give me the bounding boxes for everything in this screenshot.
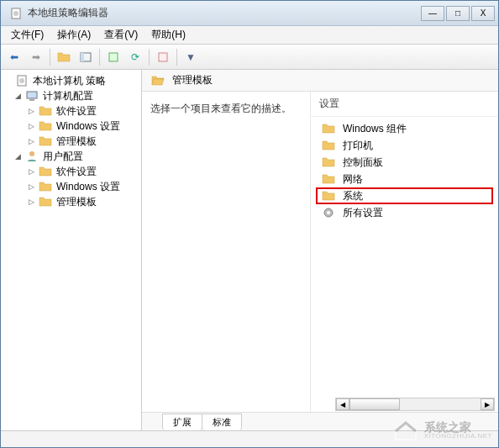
tree-label: 管理模板 xyxy=(55,134,98,149)
settings-list: Windows 组件 打印机 控制面板 网络 xyxy=(311,117,498,397)
main-body: 选择一个项目来查看它的描述。 设置 Windows 组件 打印机 xyxy=(142,92,498,412)
up-button[interactable] xyxy=(54,47,74,67)
toolbar-separator xyxy=(176,49,177,66)
scroll-track[interactable] xyxy=(349,398,481,410)
tree-label: 软件设置 xyxy=(55,165,98,179)
folder-icon xyxy=(39,195,52,208)
panel-icon xyxy=(79,50,92,64)
export-icon xyxy=(107,50,120,64)
properties-button[interactable] xyxy=(153,47,173,67)
tree-windows-settings[interactable]: ▷ Windows 设置 xyxy=(1,179,141,194)
scroll-right-button[interactable]: ▶ xyxy=(481,398,494,410)
tree-label: Windows 设置 xyxy=(55,180,122,194)
tree-label: 本地计算机 策略 xyxy=(31,74,108,88)
toolbar-separator xyxy=(149,49,150,66)
tree-admin-templates[interactable]: ▷ 管理模板 xyxy=(1,134,141,149)
svg-rect-8 xyxy=(109,53,118,61)
tree-computer-config[interactable]: ◢ 计算机配置 xyxy=(1,88,141,103)
folder-icon xyxy=(39,104,52,118)
folder-icon xyxy=(322,172,335,186)
tree-root[interactable]: 本地计算机 策略 xyxy=(1,73,141,88)
window-title: 本地组策略编辑器 xyxy=(28,6,421,20)
scroll-row: ◀ ▶ xyxy=(311,397,498,412)
tree-label: 软件设置 xyxy=(55,104,98,119)
tree-label: Windows 设置 xyxy=(55,119,122,134)
setting-system[interactable]: 系统 xyxy=(316,187,493,204)
main-header-title: 管理模板 xyxy=(172,73,213,87)
tabs-row: 扩展 标准 xyxy=(142,412,498,430)
setting-all-settings[interactable]: 所有设置 xyxy=(316,204,493,221)
back-button[interactable]: ⬅ xyxy=(4,47,24,67)
toolbar-separator xyxy=(99,49,100,66)
setting-label: 控制面板 xyxy=(343,155,383,170)
tree-admin-templates[interactable]: ▷ 管理模板 xyxy=(1,194,141,209)
svg-rect-7 xyxy=(81,53,84,61)
folder-icon xyxy=(39,119,52,133)
forward-button[interactable]: ➡ xyxy=(26,47,46,67)
expander-icon[interactable]: ▷ xyxy=(26,121,36,131)
maximize-button[interactable]: □ xyxy=(446,6,470,21)
folder-icon xyxy=(322,189,335,203)
statusbar xyxy=(1,430,498,447)
refresh-icon: ⟳ xyxy=(131,51,139,63)
menu-file[interactable]: 文件(F) xyxy=(4,26,50,44)
tree-sidebar[interactable]: 本地计算机 策略 ◢ 计算机配置 ▷ 软件设置 ▷ Windows 设置 ▷ 管… xyxy=(1,70,142,430)
properties-icon xyxy=(156,50,170,64)
expander-icon[interactable]: ◢ xyxy=(13,91,23,101)
export-button[interactable] xyxy=(103,47,123,67)
arrow-right-icon: ➡ xyxy=(32,51,40,63)
setting-network[interactable]: 网络 xyxy=(316,171,493,187)
expander-icon[interactable]: ▷ xyxy=(26,106,36,116)
expander-icon[interactable]: ▷ xyxy=(26,166,36,177)
close-button[interactable]: X xyxy=(471,6,495,21)
show-hide-tree-button[interactable] xyxy=(76,47,96,67)
tree-label: 管理模板 xyxy=(55,195,98,209)
horizontal-scrollbar[interactable]: ◀ ▶ xyxy=(335,398,495,411)
tree-label: 用户配置 xyxy=(41,150,85,164)
description-pane: 选择一个项目来查看它的描述。 xyxy=(142,92,310,412)
tab-standard[interactable]: 标准 xyxy=(202,414,242,430)
folder-up-icon xyxy=(57,50,71,64)
toolbar: ⬅ ➡ ⟳ ▼ xyxy=(1,45,498,70)
main-pane: 管理模板 选择一个项目来查看它的描述。 设置 Windows 组件 xyxy=(142,70,498,430)
menu-action[interactable]: 操作(A) xyxy=(50,26,97,44)
expander-icon[interactable]: ▷ xyxy=(26,197,36,207)
window: 本地组策略编辑器 — □ X 文件(F) 操作(A) 查看(V) 帮助(H) ⬅… xyxy=(0,0,499,448)
menu-view[interactable]: 查看(V) xyxy=(97,26,144,44)
scroll-left-button[interactable]: ◀ xyxy=(336,398,349,410)
filter-button[interactable]: ▼ xyxy=(181,47,201,67)
expander-icon[interactable]: ▷ xyxy=(26,182,36,192)
scroll-thumb[interactable] xyxy=(349,398,400,410)
svg-point-10 xyxy=(29,151,34,156)
minimize-button[interactable]: — xyxy=(421,6,444,21)
setting-label: 打印机 xyxy=(343,139,373,153)
expander-icon[interactable]: ◢ xyxy=(13,151,23,161)
menu-help[interactable]: 帮助(H) xyxy=(144,26,192,44)
description-prompt: 选择一个项目来查看它的描述。 xyxy=(150,102,302,116)
expander-icon[interactable] xyxy=(3,76,13,86)
tree-software-settings[interactable]: ▷ 软件设置 xyxy=(1,103,141,119)
window-controls: — □ X xyxy=(421,6,495,21)
folder-icon xyxy=(39,165,52,178)
setting-windows-components[interactable]: Windows 组件 xyxy=(316,120,493,137)
refresh-button[interactable]: ⟳ xyxy=(125,47,145,67)
setting-label: Windows 组件 xyxy=(343,122,407,136)
titlebar[interactable]: 本地组策略编辑器 — □ X xyxy=(1,1,498,26)
app-icon xyxy=(9,7,23,20)
folder-icon xyxy=(39,134,52,148)
tree-label: 计算机配置 xyxy=(41,89,95,103)
folder-open-icon xyxy=(151,74,165,87)
settings-pane: 设置 Windows 组件 打印机 控制面板 xyxy=(310,92,498,412)
setting-printers[interactable]: 打印机 xyxy=(316,137,493,154)
main-header: 管理模板 xyxy=(142,70,498,92)
folder-icon xyxy=(39,180,52,193)
tree-user-config[interactable]: ◢ 用户配置 xyxy=(1,149,141,164)
folder-icon xyxy=(322,139,335,152)
tree-software-settings[interactable]: ▷ 软件设置 xyxy=(1,164,141,179)
tab-extended[interactable]: 扩展 xyxy=(162,414,202,430)
setting-label: 网络 xyxy=(343,172,363,187)
tree-windows-settings[interactable]: ▷ Windows 设置 xyxy=(1,119,141,134)
setting-control-panel[interactable]: 控制面板 xyxy=(316,154,493,171)
settings-column-header[interactable]: 设置 xyxy=(311,92,498,117)
expander-icon[interactable]: ▷ xyxy=(26,136,36,146)
